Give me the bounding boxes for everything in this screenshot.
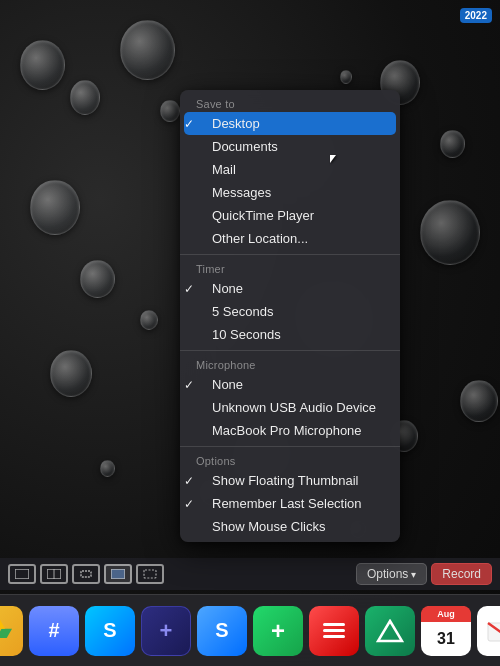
droplet — [80, 260, 115, 298]
droplet — [70, 80, 100, 115]
menu-item-mouse-clicks[interactable]: Show Mouse Clicks — [180, 515, 400, 538]
menu-item-mic-none-label: None — [212, 377, 243, 392]
dock-icon-slack[interactable]: # — [29, 606, 79, 656]
droplet — [20, 40, 65, 90]
menu-item-remember-label: Remember Last Selection — [212, 496, 362, 511]
droplet — [100, 460, 115, 477]
menubar-year: 2022 — [460, 8, 492, 23]
menu-item-timer-5s[interactable]: 5 Seconds — [180, 300, 400, 323]
gmail-icon — [486, 619, 500, 643]
checkmark-desktop: ✓ — [184, 117, 194, 131]
divider-1 — [180, 254, 400, 255]
svg-rect-4 — [111, 569, 125, 579]
svg-rect-0 — [15, 569, 29, 579]
menu-item-mouse-clicks-label: Show Mouse Clicks — [212, 519, 325, 534]
divider-3 — [180, 446, 400, 447]
safari-icon: S — [103, 619, 116, 642]
bottom-bar: Options ▾ Record — [0, 558, 500, 590]
calendar-top: Aug — [421, 606, 471, 622]
menu-item-remember[interactable]: ✓ Remember Last Selection — [180, 492, 400, 515]
calendar-day: 31 — [437, 631, 455, 647]
droplet — [420, 200, 480, 265]
dock-icon-skype[interactable]: S — [197, 606, 247, 656]
menu-item-other[interactable]: Other Location... — [180, 227, 400, 250]
menu-item-mic-none[interactable]: ✓ None — [180, 373, 400, 396]
menu-item-mic-usb[interactable]: Unknown USB Audio Device — [180, 396, 400, 419]
checkmark-remember: ✓ — [184, 497, 194, 511]
menu-item-other-label: Other Location... — [212, 231, 308, 246]
menu-item-timer-10s-label: 10 Seconds — [212, 327, 281, 342]
checkmark-floating: ✓ — [184, 474, 194, 488]
window-icon-screen[interactable] — [104, 564, 132, 584]
menu-item-timer-none[interactable]: ✓ None — [180, 277, 400, 300]
menu-item-timer-10s[interactable]: 10 Seconds — [180, 323, 400, 346]
record-button[interactable]: Record — [431, 563, 492, 585]
menu-item-mail-label: Mail — [212, 162, 236, 177]
menu-item-documents-label: Documents — [212, 139, 278, 154]
droplet — [440, 130, 465, 158]
droplet — [120, 20, 175, 80]
dock-icon-gmail[interactable] — [477, 606, 500, 656]
menu-item-floating[interactable]: ✓ Show Floating Thumbnail — [180, 469, 400, 492]
menu-item-desktop-label: Desktop — [212, 116, 260, 131]
plus-icon: + — [271, 617, 285, 645]
options-section-label: Options — [180, 451, 400, 469]
checkmark-mic-none: ✓ — [184, 378, 194, 392]
svg-marker-9 — [378, 621, 402, 641]
year-label: 2022 — [465, 10, 487, 21]
droplet — [30, 180, 80, 235]
svg-rect-7 — [323, 629, 345, 632]
menu-item-messages[interactable]: Messages — [180, 181, 400, 204]
menu-item-floating-label: Show Floating Thumbnail — [212, 473, 358, 488]
dock-icon-safari[interactable]: S — [85, 606, 135, 656]
menu-item-documents[interactable]: Documents — [180, 135, 400, 158]
options-button[interactable]: Options ▾ — [356, 563, 427, 585]
dock-icon-plus[interactable]: + — [253, 606, 303, 656]
microphone-section-label: Microphone — [180, 355, 400, 373]
menu-item-mic-usb-label: Unknown USB Audio Device — [212, 400, 376, 415]
window-icon-region[interactable] — [72, 564, 100, 584]
bars-icon — [321, 621, 347, 641]
options-label: Options — [367, 567, 408, 581]
context-menu: Save to ✓ Desktop Documents Mail Message… — [180, 90, 400, 542]
timer-section-label: Timer — [180, 259, 400, 277]
dock-icon-gdrive2[interactable] — [365, 606, 415, 656]
gdrive2-icon — [376, 619, 404, 643]
drive-icon — [0, 617, 12, 645]
calendar-bottom: 31 — [437, 622, 455, 656]
options-chevron: ▾ — [411, 569, 416, 580]
skype-icon: S — [215, 619, 228, 642]
svg-rect-3 — [81, 571, 91, 577]
svg-rect-6 — [323, 623, 345, 626]
menu-item-timer-5s-label: 5 Seconds — [212, 304, 273, 319]
droplet — [460, 380, 498, 422]
menu-item-desktop[interactable]: ✓ Desktop — [184, 112, 396, 135]
menu-item-quicktime[interactable]: QuickTime Player — [180, 204, 400, 227]
save-to-section-label: Save to — [180, 94, 400, 112]
droplet — [160, 100, 180, 122]
record-label: Record — [442, 567, 481, 581]
calendar-month: Aug — [437, 609, 455, 619]
slack-icon: # — [48, 619, 59, 642]
menu-item-quicktime-label: QuickTime Player — [212, 208, 314, 223]
checkmark-timer-none: ✓ — [184, 282, 194, 296]
menu-item-mic-macbook-label: MacBook Pro Microphone — [212, 423, 362, 438]
menu-item-timer-none-label: None — [212, 281, 243, 296]
window-icon-dotted[interactable] — [136, 564, 164, 584]
dock-icon-setapp[interactable]: + — [141, 606, 191, 656]
droplet — [50, 350, 92, 397]
dock-icon-calendar[interactable]: Aug 31 — [421, 606, 471, 656]
menu-item-messages-label: Messages — [212, 185, 271, 200]
divider-2 — [180, 350, 400, 351]
dock-icon-drive[interactable] — [0, 606, 23, 656]
window-icon-full[interactable] — [8, 564, 36, 584]
menu-item-mail[interactable]: Mail — [180, 158, 400, 181]
dock: # S + S + Aug 31 — [0, 594, 500, 666]
setapp-icon: + — [160, 618, 173, 644]
svg-rect-5 — [144, 570, 156, 578]
droplet — [340, 70, 352, 84]
droplet — [140, 310, 158, 330]
dock-icon-bars[interactable] — [309, 606, 359, 656]
menu-item-mic-macbook[interactable]: MacBook Pro Microphone — [180, 419, 400, 442]
window-icon-half[interactable] — [40, 564, 68, 584]
